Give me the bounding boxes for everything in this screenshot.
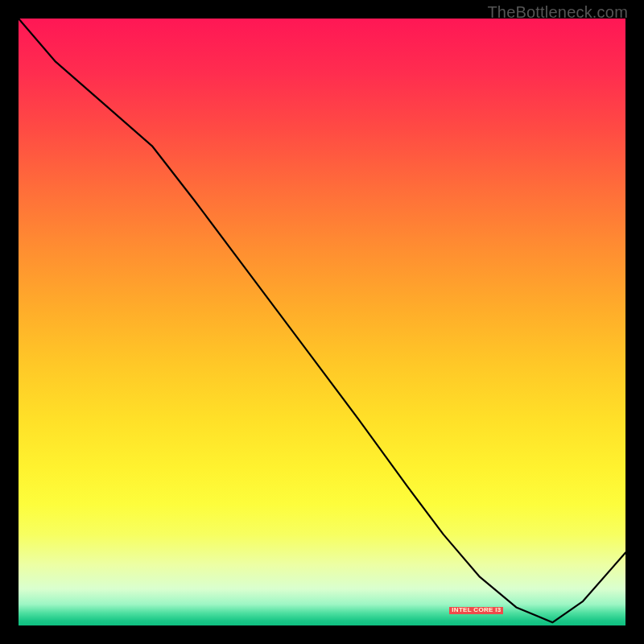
watermark-text: TheBottleneck.com — [487, 3, 628, 22]
plot-area: INTEL CORE I3 — [19, 19, 625, 625]
chart-line-layer — [19, 19, 625, 625]
chart-container: TheBottleneck.com INTEL CORE I3 — [0, 0, 644, 644]
chart-line — [19, 19, 625, 622]
series-label-badge: INTEL CORE I3 — [449, 607, 503, 614]
